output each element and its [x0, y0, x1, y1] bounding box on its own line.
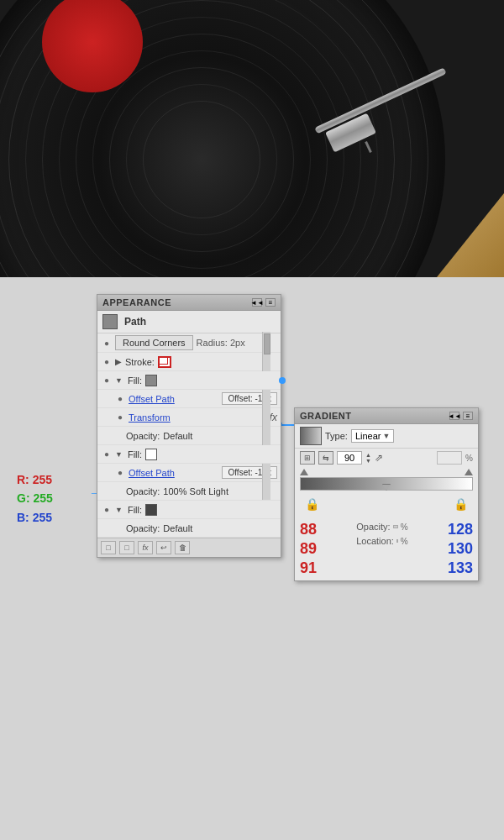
- right-r-row: 128: [448, 521, 473, 538]
- angle-down[interactable]: ▼: [365, 458, 371, 464]
- lock-icon-left[interactable]: 🔒: [305, 497, 319, 511]
- stroke-label: Stroke:: [125, 357, 155, 367]
- offset-path-row-2: ● Offset Path Offset: -1px: [97, 464, 281, 482]
- scroll-thumb[interactable]: [264, 333, 270, 354]
- eye-icon-transform[interactable]: ●: [114, 412, 126, 423]
- eye-icon-op1[interactable]: ●: [114, 393, 126, 405]
- ui-area: R: 255 G: 255 B: 255 → APPEARANCE ◄◄ ≡ P…: [0, 277, 504, 840]
- g-value: G: 255: [17, 489, 53, 507]
- grad-diamond-stop[interactable]: [382, 484, 391, 491]
- gradient-reverse-icon[interactable]: ⇆: [318, 451, 333, 465]
- eye-icon-op2[interactable]: ●: [114, 467, 126, 479]
- fill-swatch-2[interactable]: [145, 449, 157, 460]
- grad-stop-top-right[interactable]: [465, 469, 473, 475]
- gradient-type-label: Type:: [325, 431, 348, 441]
- footer-btn-fx[interactable]: fx: [138, 541, 153, 554]
- expand-chevron[interactable]: ▼: [115, 376, 123, 385]
- fill-content-3: ▼ Fill:: [115, 504, 277, 516]
- percent-input[interactable]: [437, 451, 462, 465]
- left-b-row: 91: [300, 559, 317, 577]
- offset-path-link-2[interactable]: Offset Path: [129, 468, 175, 478]
- fill-label-1: Fill:: [128, 375, 142, 386]
- footer-btn-delete[interactable]: 🗑: [175, 541, 190, 554]
- gradient-panel: GRADIENT ◄◄ ≡ Type: Linear ▼ ⊞ ⇆ ▲ ▼ ⇗: [294, 407, 479, 581]
- opacity-content-1: Opacity: Default: [126, 431, 277, 441]
- stroke-swatch[interactable]: [158, 356, 171, 368]
- link-icon[interactable]: ⇗: [375, 452, 383, 464]
- expand-chevron-2[interactable]: ▼: [115, 450, 123, 459]
- fill-swatch-3[interactable]: [145, 504, 157, 516]
- location-slider-row: Location: %: [351, 535, 413, 547]
- angle-up[interactable]: ▲: [365, 452, 371, 458]
- expand-arrow[interactable]: ▶: [115, 357, 122, 366]
- opacity-value-1: Default: [163, 431, 192, 441]
- transform-content: Transform fx: [129, 412, 277, 423]
- angle-input[interactable]: [337, 451, 362, 465]
- left-r-value: 88: [300, 521, 317, 538]
- stroke-row: ● ▶ Stroke:: [97, 353, 281, 371]
- gradient-lock-row: 🔒 🔒: [300, 491, 473, 512]
- collapse-button[interactable]: ◄◄: [252, 298, 262, 307]
- right-g-row: 130: [448, 540, 473, 558]
- location-slider-label: Location:: [356, 536, 394, 546]
- transform-link[interactable]: Transform: [129, 412, 171, 423]
- fx-icon: fx: [270, 412, 277, 423]
- gradient-type-selector[interactable]: Linear ▼: [351, 429, 395, 443]
- opacity-row-1: Opacity: Default: [97, 427, 281, 445]
- fill-row-1: ● ▼ Fill:: [97, 371, 281, 390]
- vinyl-artwork: [0, 0, 504, 277]
- footer-btn-undo[interactable]: ↩: [156, 541, 171, 554]
- gradient-menu-btn[interactable]: ≡: [463, 412, 473, 420]
- scrollbar[interactable]: [262, 332, 270, 500]
- stroke-content: ▶ Stroke:: [115, 356, 277, 368]
- opacity-label-2: Opacity:: [126, 486, 160, 496]
- gradient-right-values: 128 130 133: [448, 521, 473, 577]
- opacity-slider[interactable]: [393, 525, 398, 528]
- gradient-type-value: Linear: [355, 431, 381, 441]
- vinyl-ring: [143, 101, 260, 218]
- gradient-titlebar: GRADIENT ◄◄ ≡: [295, 408, 478, 424]
- offset-path-link-1[interactable]: Offset Path: [129, 394, 175, 404]
- wooden-corner: [437, 193, 504, 277]
- location-slider[interactable]: [396, 539, 398, 543]
- gradient-sliders: Opacity: % Location: %: [348, 521, 417, 577]
- footer-btn-square2[interactable]: □: [119, 541, 134, 554]
- gradient-values: 88 89 91 Opacity: % Location: %: [295, 517, 478, 580]
- footer-btn-square1[interactable]: □: [101, 541, 116, 554]
- gradient-title: GRADIENT: [300, 411, 351, 421]
- left-g-value: 89: [300, 540, 317, 558]
- transform-row: ● Transform fx: [97, 408, 281, 427]
- type-dropdown-arrow[interactable]: ▼: [382, 432, 390, 440]
- grad-stop-top-left[interactable]: [300, 469, 308, 475]
- gradient-collapse-btn[interactable]: ◄◄: [449, 412, 459, 420]
- path-label: Path: [124, 316, 146, 328]
- round-corners-button[interactable]: Round Corners: [115, 335, 193, 350]
- panel-controls: ◄◄ ≡: [252, 298, 276, 307]
- menu-button[interactable]: ≡: [265, 298, 276, 307]
- eye-icon-fill2[interactable]: ●: [101, 449, 113, 460]
- angle-steppers[interactable]: ▲ ▼: [365, 452, 371, 464]
- fill-swatch-1[interactable]: [145, 375, 157, 386]
- gradient-preview-swatch[interactable]: [300, 427, 322, 445]
- fill-label-2: Fill:: [128, 449, 142, 459]
- opacity-slider-pct: %: [401, 522, 408, 532]
- right-b-value: 133: [448, 559, 473, 577]
- right-g-value: 130: [448, 540, 473, 558]
- eye-icon-stroke[interactable]: ●: [101, 356, 113, 368]
- left-g-row: 89: [300, 540, 317, 558]
- expand-chevron-3[interactable]: ▼: [115, 506, 123, 514]
- lock-icon-right[interactable]: 🔒: [454, 497, 468, 511]
- gradient-type-row: Type: Linear ▼: [295, 424, 478, 448]
- appearance-footer: □ □ fx ↩ 🗑: [97, 538, 281, 557]
- percent-label: %: [465, 454, 473, 463]
- opacity-slider-label: Opacity:: [356, 522, 390, 532]
- offset-path-content-2: Offset Path Offset: -1px: [129, 466, 277, 479]
- eye-icon[interactable]: ●: [101, 337, 113, 349]
- eye-icon-fill3[interactable]: ●: [101, 504, 113, 516]
- appearance-titlebar: APPEARANCE ◄◄ ≡: [97, 295, 281, 311]
- round-corners-row: ● Round Corners Radius: 2px: [97, 333, 281, 353]
- eye-icon-fill1[interactable]: ●: [101, 375, 113, 386]
- gradient-bar[interactable]: [300, 477, 473, 491]
- offset-path-content-1: Offset Path Offset: -1px: [129, 392, 277, 405]
- gradient-grid-icon[interactable]: ⊞: [300, 451, 315, 465]
